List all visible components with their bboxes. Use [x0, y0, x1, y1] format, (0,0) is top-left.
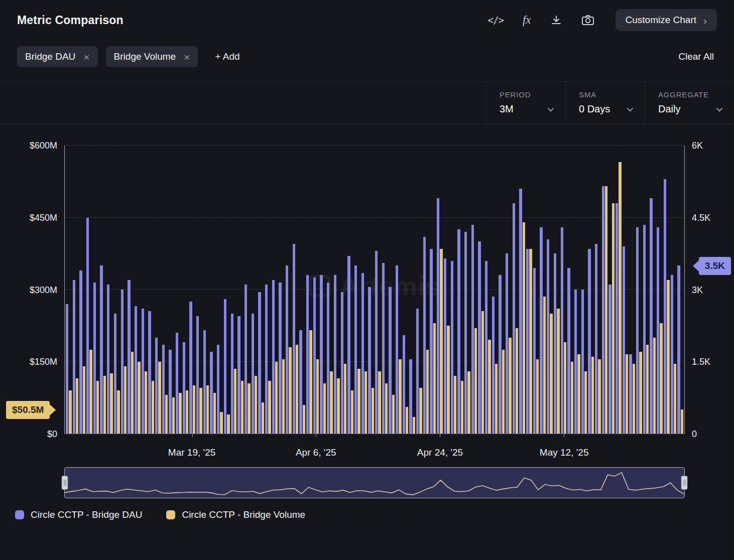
bar-group[interactable]: [553, 146, 560, 434]
bar-group[interactable]: [505, 146, 512, 434]
bar-group[interactable]: [546, 146, 553, 434]
bar-group[interactable]: [663, 146, 670, 434]
sma-dropdown[interactable]: SMA 0 Days: [565, 82, 645, 124]
formula-icon[interactable]: fx: [523, 14, 531, 27]
bar-group[interactable]: [498, 146, 505, 434]
bar-group[interactable]: [649, 146, 656, 434]
clear-all-button[interactable]: Clear All: [675, 51, 717, 63]
bar-group[interactable]: [636, 146, 643, 434]
bar-group[interactable]: [175, 146, 182, 434]
bar-group[interactable]: [477, 146, 484, 434]
bar-group[interactable]: [319, 146, 326, 434]
bar-group[interactable]: [560, 146, 567, 434]
bar-group[interactable]: [629, 146, 636, 434]
bar-group[interactable]: [574, 146, 581, 434]
bar-group[interactable]: [313, 146, 320, 434]
aggregate-dropdown[interactable]: AGGREGATE Daily: [645, 82, 734, 124]
bar-group[interactable]: [347, 146, 354, 434]
period-dropdown[interactable]: PERIOD 3M: [486, 82, 565, 124]
bar-group[interactable]: [230, 146, 237, 434]
bar-group[interactable]: [340, 146, 347, 434]
bar-group[interactable]: [416, 146, 423, 434]
chip-bridge-dau[interactable]: Bridge DAU ×: [17, 46, 98, 67]
bar-group[interactable]: [436, 146, 443, 434]
bar-group[interactable]: [533, 146, 540, 434]
bar-group[interactable]: [106, 146, 113, 434]
bar-group[interactable]: [285, 146, 292, 434]
bar-group[interactable]: [581, 146, 588, 434]
bar-group[interactable]: [93, 146, 100, 434]
bar-group[interactable]: [258, 146, 265, 434]
bar-group[interactable]: [168, 146, 175, 434]
bar-group[interactable]: [292, 146, 299, 434]
bar-group[interactable]: [209, 146, 216, 434]
bar-group[interactable]: [567, 146, 574, 434]
bar-group[interactable]: [162, 146, 169, 434]
bar-group[interactable]: [299, 146, 306, 434]
bar-group[interactable]: [216, 146, 223, 434]
bar-group[interactable]: [670, 146, 677, 434]
bar-group[interactable]: [519, 146, 526, 434]
bar-group[interactable]: [539, 146, 546, 434]
bar-group[interactable]: [272, 146, 279, 434]
legend-item[interactable]: Circle CCTP - Bridge DAU: [15, 509, 142, 520]
bar-group[interactable]: [148, 146, 155, 434]
bar-group[interactable]: [608, 146, 615, 434]
download-icon[interactable]: [550, 14, 562, 26]
camera-icon[interactable]: [581, 14, 594, 26]
bar-group[interactable]: [354, 146, 361, 434]
bar-group[interactable]: [182, 146, 189, 434]
bar-group[interactable]: [361, 146, 368, 434]
bar-group[interactable]: [79, 146, 86, 434]
bar-group[interactable]: [203, 146, 210, 434]
chip-bridge-volume[interactable]: Bridge Volume ×: [106, 46, 198, 67]
range-navigator[interactable]: [64, 467, 685, 498]
bar-group[interactable]: [72, 146, 79, 434]
bar-group[interactable]: [333, 146, 340, 434]
bar-group[interactable]: [141, 146, 148, 434]
customize-chart-button[interactable]: Customize Chart ›: [616, 9, 717, 31]
add-metric-button[interactable]: + Add: [212, 51, 242, 63]
bar-group[interactable]: [464, 146, 471, 434]
bar-group[interactable]: [388, 146, 395, 434]
bar-group[interactable]: [127, 146, 134, 434]
bar-group[interactable]: [402, 146, 409, 434]
bar-group[interactable]: [395, 146, 402, 434]
embed-code-icon[interactable]: </>: [488, 15, 504, 26]
bar-group[interactable]: [512, 146, 519, 434]
bar-group[interactable]: [656, 146, 663, 434]
close-icon[interactable]: ×: [83, 52, 89, 62]
bar-group[interactable]: [677, 146, 684, 434]
bar-group[interactable]: [244, 146, 251, 434]
range-handle-right[interactable]: [681, 476, 688, 490]
bar-group[interactable]: [526, 146, 533, 434]
bar-group[interactable]: [86, 146, 93, 434]
bar-group[interactable]: [375, 146, 382, 434]
bar-group[interactable]: [594, 146, 601, 434]
bar-group[interactable]: [622, 146, 629, 434]
bar-group[interactable]: [615, 146, 622, 434]
bar-group[interactable]: [278, 146, 285, 434]
bar-group[interactable]: [265, 146, 272, 434]
bar-group[interactable]: [65, 146, 72, 434]
bar-group[interactable]: [196, 146, 203, 434]
bar-group[interactable]: [189, 146, 196, 434]
bar-group[interactable]: [471, 146, 478, 434]
bar-group[interactable]: [99, 146, 106, 434]
bar-group[interactable]: [457, 146, 464, 434]
bar-group[interactable]: [429, 146, 436, 434]
bar-group[interactable]: [326, 146, 333, 434]
range-handle-left[interactable]: [62, 476, 68, 490]
bar-group[interactable]: [409, 146, 416, 434]
bar-group[interactable]: [450, 146, 457, 434]
bar-group[interactable]: [484, 146, 492, 434]
legend-item[interactable]: Circle CCTP - Bridge Volume: [166, 509, 305, 520]
bar-group[interactable]: [423, 146, 430, 434]
bar-group[interactable]: [223, 146, 230, 434]
plot-area[interactable]: Artemis: [64, 146, 685, 434]
close-icon[interactable]: ×: [184, 52, 190, 62]
bar-group[interactable]: [368, 146, 375, 434]
bar-group[interactable]: [155, 146, 162, 434]
bar-group[interactable]: [113, 146, 120, 434]
bar-group[interactable]: [643, 146, 650, 434]
